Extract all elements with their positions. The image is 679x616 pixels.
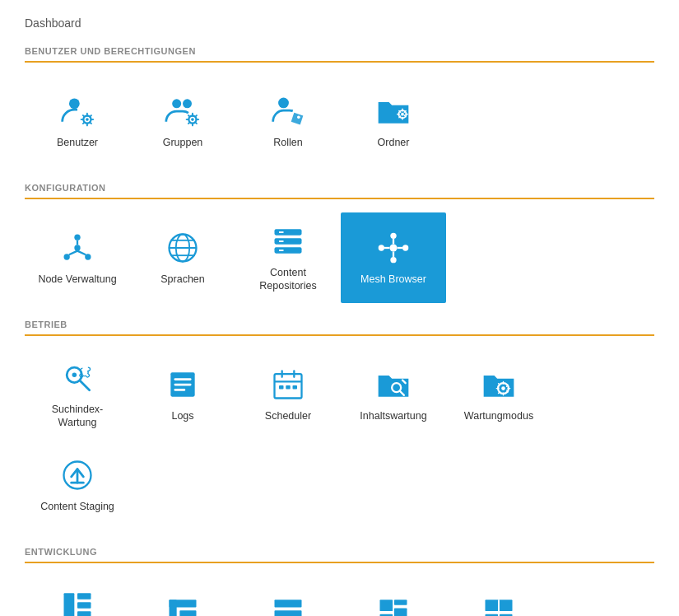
ordner-icon (375, 93, 412, 129)
logs-icon (165, 366, 201, 403)
rollen-label: Rollen (273, 136, 302, 149)
content-staging-label: Content Staging (40, 500, 114, 513)
tile-objekt-eigenschaften[interactable]: ObjektEigenschaften (25, 576, 130, 616)
tile-pakete[interactable]: Pakete (446, 576, 551, 616)
tile-wartungmodus[interactable]: Wartungmodus (446, 349, 551, 440)
wartungmodus-label: Wartungmodus (464, 409, 533, 422)
datenquellen-icon (270, 594, 306, 616)
tile-logs[interactable]: Logs (130, 349, 235, 440)
section-divider-betrieb (25, 334, 654, 336)
section-title-benutzer: BENUTZER UND BERECHTIGUNGEN (25, 46, 654, 61)
dashboard-link[interactable]: Dashboard (25, 16, 654, 30)
suchindex-wartung-icon (59, 360, 95, 396)
section-betrieb: BETRIEBSuchindex-WartungLogsSchedulerInh… (25, 320, 654, 530)
section-konfiguration: KONFIGURATIONNode VerwaltungSprachenCont… (25, 183, 654, 303)
tile-suchindex-wartung[interactable]: Suchindex-Wartung (25, 349, 130, 440)
pakete-icon (481, 594, 517, 616)
tile-datenquellen[interactable]: Datenquellen (235, 576, 341, 616)
mesh-browser-icon (375, 230, 412, 266)
tile-benutzer[interactable]: Benutzer (25, 76, 130, 166)
section-benutzer: BENUTZER UND BERECHTIGUNGENBenutzerGrupp… (25, 46, 654, 166)
rollen-icon (270, 93, 306, 129)
tagtypen-icon (165, 594, 201, 616)
cr-fragmente-icon (375, 594, 412, 616)
tile-ordner[interactable]: Ordner (341, 76, 446, 166)
scheduler-icon (270, 366, 306, 403)
section-entwicklung: ENTWICKLUNGObjektEigenschaftenTagtypenDa… (25, 547, 654, 616)
tile-mesh-browser[interactable]: Mesh Browser (341, 212, 446, 303)
section-divider-benutzer (25, 61, 654, 63)
section-grid-entwicklung: ObjektEigenschaftenTagtypenDatenquellenC… (25, 576, 654, 616)
tile-cr-fragmente[interactable]: CR-Fragmente (341, 576, 446, 616)
node-verwaltung-label: Node Verwaltung (38, 273, 116, 286)
tile-rollen[interactable]: Rollen (235, 76, 341, 166)
mesh-browser-label: Mesh Browser (360, 273, 426, 286)
benutzer-label: Benutzer (57, 136, 98, 149)
tile-node-verwaltung[interactable]: Node Verwaltung (25, 212, 130, 303)
section-title-konfiguration: KONFIGURATION (25, 183, 654, 198)
scheduler-label: Scheduler (265, 409, 311, 422)
suchindex-wartung-label: Suchindex-Wartung (52, 403, 104, 430)
logs-label: Logs (171, 409, 193, 422)
benutzer-icon (59, 93, 95, 129)
objekt-eigenschaften-icon (59, 587, 95, 616)
content-staging-icon (59, 457, 95, 493)
inhaltswartung-label: Inhaltswartung (360, 409, 426, 422)
section-grid-benutzer: BenutzerGruppenRollenOrdner (25, 76, 654, 166)
content-repositories-label: ContentRepositories (259, 266, 316, 293)
tile-inhaltswartung[interactable]: Inhaltswartung (341, 349, 446, 440)
inhaltswartung-icon (375, 366, 412, 403)
section-title-entwicklung: ENTWICKLUNG (25, 547, 654, 562)
tile-gruppen[interactable]: Gruppen (130, 76, 235, 166)
section-divider-konfiguration (25, 198, 654, 199)
tile-tagtypen[interactable]: Tagtypen (130, 576, 235, 616)
tile-content-staging[interactable]: Content Staging (25, 440, 130, 530)
ordner-label: Ordner (378, 136, 410, 149)
section-grid-betrieb: Suchindex-WartungLogsSchedulerInhaltswar… (25, 349, 654, 530)
content-repositories-icon (270, 223, 306, 259)
section-grid-konfiguration: Node VerwaltungSprachenContentRepositori… (25, 212, 654, 303)
main-content: BENUTZER UND BERECHTIGUNGENBenutzerGrupp… (25, 46, 654, 616)
gruppen-icon (165, 93, 201, 129)
gruppen-label: Gruppen (163, 136, 203, 149)
node-verwaltung-icon (59, 230, 95, 266)
wartungmodus-icon (481, 366, 517, 403)
tile-sprachen[interactable]: Sprachen (130, 212, 235, 303)
sprachen-icon (165, 230, 201, 266)
tile-content-repositories[interactable]: ContentRepositories (235, 212, 341, 303)
section-divider-entwicklung (25, 562, 654, 563)
section-title-betrieb: BETRIEB (25, 320, 654, 334)
tile-scheduler[interactable]: Scheduler (235, 349, 341, 440)
sprachen-label: Sprachen (160, 273, 205, 286)
